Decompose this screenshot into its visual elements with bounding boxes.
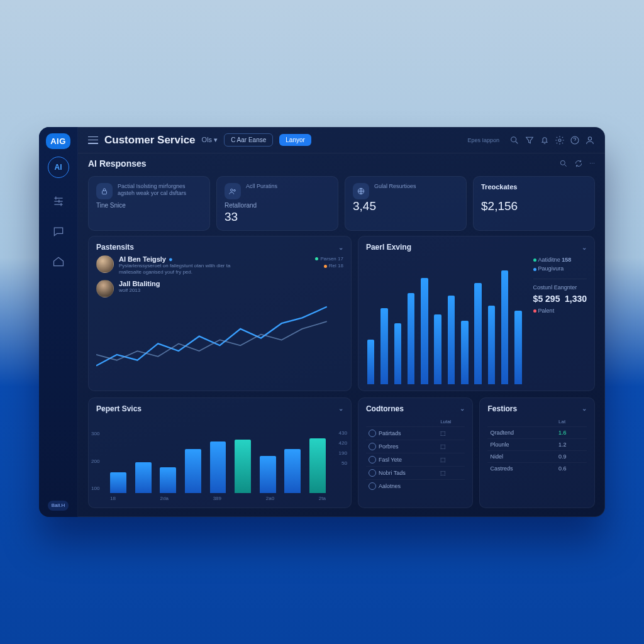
person-sub: wolf 2013 bbox=[119, 287, 160, 294]
metric-card-3[interactable]: Gulal Resurtioes 3,45 bbox=[345, 176, 467, 231]
metric-cards: Pactial Isolsting mirforgnes agsteh weak… bbox=[78, 171, 605, 236]
globe-icon bbox=[353, 183, 369, 199]
panel-title: Paerl Exving bbox=[366, 243, 411, 252]
panel-pepert-svics: Pepert Svics⌄ 300 200 100 43042019050 18… bbox=[88, 397, 352, 508]
row-icon bbox=[369, 430, 376, 437]
y-tick: 100 bbox=[91, 486, 99, 491]
context-dropdown[interactable]: Ols ▾ bbox=[202, 136, 218, 144]
brand-logo[interactable]: AIG bbox=[46, 133, 70, 149]
user-icon[interactable] bbox=[585, 135, 595, 145]
menu-icon[interactable] bbox=[88, 136, 98, 144]
person-row[interactable]: AI Ben Teigsly● Pystarlenssyseroet on fa… bbox=[96, 255, 343, 276]
table-row[interactable]: Porbres⬚ bbox=[366, 440, 465, 453]
metric-value: 3,45 bbox=[353, 199, 458, 213]
table-row[interactable]: Nobri Tads⬚ bbox=[366, 466, 465, 479]
gear-icon[interactable] bbox=[555, 135, 565, 145]
filter-icon[interactable] bbox=[525, 135, 535, 145]
person-name: Jall Btaliting bbox=[119, 280, 160, 287]
secondary-action-button[interactable]: C Aar Eanse bbox=[224, 133, 273, 147]
person-sub: Pystarlenssyseroet on fallegstunt otan w… bbox=[119, 263, 245, 276]
dashboard-grid: Pastensits⌄ AI Ben Teigsly● Pystarlenssy… bbox=[78, 236, 605, 517]
panel-title: Pepert Svics bbox=[96, 404, 142, 413]
row-icon bbox=[369, 482, 376, 490]
svg-point-7 bbox=[234, 189, 236, 191]
expand-icon[interactable]: ⋯ bbox=[589, 160, 595, 167]
metric-value: $2,156 bbox=[481, 199, 587, 213]
chevron-down-icon[interactable]: ⌄ bbox=[460, 405, 465, 412]
search-icon[interactable] bbox=[559, 159, 568, 168]
avatar bbox=[96, 280, 114, 297]
panel-tables: Codtornes⌄ Lutal Patirtads⬚ Porbres⬚ Fas… bbox=[358, 397, 595, 508]
person-row[interactable]: Jall Btaliting wolf 2013 bbox=[96, 280, 343, 297]
home-icon[interactable] bbox=[52, 255, 65, 269]
metric-desc: Treockates bbox=[481, 183, 587, 198]
svg-point-3 bbox=[588, 136, 591, 140]
bar-chart bbox=[366, 255, 523, 384]
row-icon bbox=[369, 469, 376, 477]
lock-icon bbox=[96, 183, 113, 199]
table-row[interactable]: Aalotnes bbox=[366, 479, 465, 492]
metric-card-4[interactable]: Treockates $2,156 bbox=[473, 176, 595, 231]
panel-title: Festiors bbox=[487, 404, 517, 413]
svg-point-1 bbox=[558, 139, 561, 142]
section-title: AI Responses bbox=[88, 158, 147, 169]
row-icon bbox=[369, 443, 376, 450]
topbar: Customer Service Ols ▾ C Aar Eanse Lanyo… bbox=[78, 127, 605, 153]
x-axis: 182da3892a02ta bbox=[96, 496, 343, 501]
person-name: AI Ben Teigsly● bbox=[119, 255, 245, 263]
topbar-icons bbox=[509, 135, 595, 145]
chevron-down-icon[interactable]: ⌄ bbox=[338, 405, 343, 412]
section-header: AI Responses ⋯ bbox=[78, 153, 605, 171]
chevron-down-icon[interactable]: ⌄ bbox=[582, 405, 587, 412]
panel-festiors: Festiors⌄ Lat Qradtend1.6 Plounle1.2 Nid… bbox=[479, 397, 595, 508]
refresh-icon[interactable] bbox=[574, 159, 583, 168]
table-row[interactable]: Nidel0.9 bbox=[487, 450, 587, 462]
search-icon[interactable] bbox=[509, 135, 519, 145]
panel-codtornes: Codtornes⌄ Lutal Patirtads⬚ Porbres⬚ Fas… bbox=[358, 397, 474, 508]
bell-icon[interactable] bbox=[540, 135, 550, 145]
page-title: Customer Service bbox=[104, 134, 196, 147]
metric-card-1[interactable]: Pactial Isolsting mirforgnes agsteh weak… bbox=[88, 176, 210, 231]
chat-icon[interactable] bbox=[52, 225, 65, 238]
svg-point-6 bbox=[231, 189, 233, 192]
svg-point-4 bbox=[560, 160, 565, 165]
panel-title: Pastensits bbox=[96, 243, 134, 252]
table-row[interactable]: Patirtads⬚ bbox=[366, 426, 465, 440]
row-icon bbox=[369, 456, 376, 464]
main-area: Customer Service Ols ▾ C Aar Eanse Lanyo… bbox=[78, 127, 605, 517]
sidebar-status: Ball.H bbox=[48, 501, 69, 511]
panel-title: Codtornes bbox=[366, 404, 404, 413]
metric-card-2[interactable]: Acll Puratins Retallorand 33 bbox=[216, 176, 338, 231]
chevron-down-icon[interactable]: ⌄ bbox=[338, 244, 343, 251]
svg-rect-5 bbox=[103, 191, 107, 194]
users-icon bbox=[225, 183, 241, 199]
table: Lat Qradtend1.6 Plounle1.2 Nidel0.9 Cast… bbox=[487, 417, 587, 475]
sidebar: AIG AI Ball.H bbox=[39, 127, 78, 517]
panel-paerl-exving: Paerl Exving⌄ Aatiditne 158 Paugivura Co… bbox=[358, 236, 595, 391]
table-row[interactable]: Castreds0.6 bbox=[487, 462, 587, 474]
sliders-icon[interactable] bbox=[52, 194, 65, 208]
metric-value: 33 bbox=[225, 210, 330, 224]
metric-label: Retallorand bbox=[225, 202, 330, 209]
primary-action-button[interactable]: Lanyor bbox=[279, 134, 311, 146]
top-note: Epes Iappon bbox=[467, 137, 499, 143]
panel-pastensits: Pastensits⌄ AI Ben Teigsly● Pystarlenssy… bbox=[88, 236, 352, 391]
avatar bbox=[96, 255, 114, 273]
ai-badge-icon[interactable]: AI bbox=[48, 157, 69, 178]
help-icon[interactable] bbox=[570, 135, 580, 145]
y-tick: 300 bbox=[91, 431, 99, 436]
table-row[interactable]: Fasl Yete⬚ bbox=[366, 453, 465, 466]
line-chart bbox=[96, 301, 343, 384]
bar-chart bbox=[96, 417, 343, 493]
table-row[interactable]: Qradtend1.6 bbox=[487, 426, 587, 438]
table-row[interactable]: Plounle1.2 bbox=[487, 438, 587, 450]
person-badges: Parsen 17 Rel 18 bbox=[315, 255, 343, 269]
svg-point-0 bbox=[511, 136, 516, 142]
side-stats: Aatiditne 158 Paugivura Costunl Eangnter… bbox=[533, 255, 587, 384]
metric-label: Tine Snice bbox=[96, 202, 202, 209]
y-tick: 200 bbox=[91, 458, 99, 464]
table: Lutal Patirtads⬚ Porbres⬚ Fasl Yete⬚ Nob… bbox=[366, 417, 465, 493]
chevron-down-icon[interactable]: ⌄ bbox=[582, 244, 587, 251]
app-shell: AIG AI Ball.H Customer Service Ols ▾ C A… bbox=[39, 127, 605, 517]
